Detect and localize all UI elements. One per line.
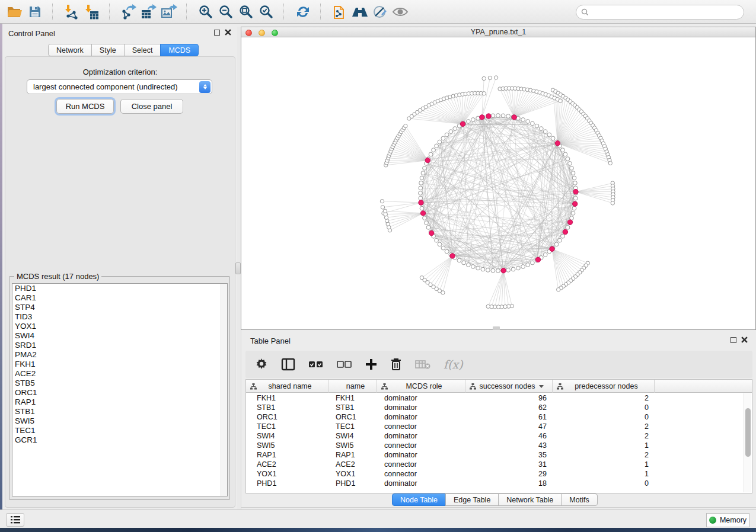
table-cell[interactable]: TEC1	[328, 422, 377, 431]
mcds-result-list[interactable]: PHD1CAR1STP4TID3YOX1SWI4SRD1PMA2FKH1ACE2…	[12, 283, 228, 496]
graph-edge[interactable]	[576, 192, 613, 203]
graph-edge[interactable]	[422, 203, 532, 262]
table-cell[interactable]: 0	[553, 412, 655, 422]
graph-mcds-node[interactable]	[573, 190, 578, 194]
graph-edge[interactable]	[395, 142, 428, 160]
graph-edge[interactable]	[385, 211, 423, 213]
graph-node[interactable]	[438, 140, 442, 144]
table-cell[interactable]: FKH1	[246, 393, 328, 403]
table-cell[interactable]: PHD1	[328, 479, 377, 488]
graph-mcds-node[interactable]	[535, 257, 540, 262]
tab-motifs[interactable]: Motifs	[561, 493, 597, 506]
delete-column-icon[interactable]	[390, 355, 402, 373]
graph-edge[interactable]	[429, 159, 567, 161]
table-row[interactable]: RAP1RAP1dominator352	[246, 450, 744, 460]
graph-node[interactable]	[526, 263, 530, 267]
table-cell[interactable]: dominator	[377, 479, 465, 488]
table-cell[interactable]: dominator	[377, 412, 465, 422]
graph-node[interactable]	[566, 226, 570, 230]
search-field[interactable]	[576, 5, 744, 20]
table-cell[interactable]: YOX1	[246, 469, 328, 479]
graph-node[interactable]	[476, 266, 480, 270]
hide-graphics-details-icon[interactable]	[370, 2, 390, 21]
graph-edge[interactable]	[386, 161, 428, 165]
graph-mcds-node[interactable]	[555, 141, 560, 146]
criterion-dropdown[interactable]: largest connected component (undirected)	[27, 79, 212, 94]
graph-edge[interactable]	[432, 143, 441, 233]
export-network-icon[interactable]	[119, 2, 139, 21]
tab-style[interactable]: Style	[91, 44, 125, 56]
graph-edge[interactable]	[552, 249, 559, 290]
graph-edge[interactable]	[500, 89, 514, 117]
graph-node[interactable]	[462, 261, 466, 265]
graph-mcds-node[interactable]	[425, 158, 430, 162]
tab-network-table[interactable]: Network Table	[498, 493, 562, 506]
graph-mcds-node[interactable]	[450, 254, 455, 258]
mcds-result-item[interactable]: TEC1	[12, 426, 227, 435]
graph-node[interactable]	[501, 114, 505, 118]
graph-node[interactable]	[467, 263, 471, 267]
table-row[interactable]: ORC1ORC1dominator610	[246, 412, 744, 422]
select-all-icon[interactable]	[308, 355, 324, 373]
table-row[interactable]: STB1STB1dominator620	[246, 403, 744, 412]
graph-node[interactable]	[543, 130, 547, 134]
table-cell[interactable]: 46	[465, 431, 553, 441]
table-cell[interactable]: SWI5	[328, 441, 377, 450]
graph-node[interactable]	[426, 226, 430, 230]
graph-node[interactable]	[467, 120, 471, 124]
graph-node[interactable]	[535, 124, 539, 128]
graph-node[interactable]	[496, 269, 500, 273]
table-cell[interactable]: ACE2	[328, 460, 377, 469]
column-header-successor-nodes[interactable]: successor nodes	[465, 380, 553, 393]
graph-node[interactable]	[571, 211, 575, 216]
mcds-result-item[interactable]: SWI4	[12, 331, 227, 341]
graph-mcds-node[interactable]	[512, 115, 516, 120]
graph-node[interactable]	[423, 216, 427, 220]
table-cell[interactable]: STB1	[246, 403, 328, 412]
tab-select[interactable]: Select	[124, 44, 161, 56]
column-header-predecessor-nodes[interactable]: predecessor nodes	[553, 380, 655, 393]
graph-node[interactable]	[471, 118, 476, 122]
graph-edge[interactable]	[422, 256, 453, 278]
graph-leaf-node[interactable]	[482, 92, 486, 95]
import-network-icon[interactable]	[62, 2, 82, 21]
graph-node[interactable]	[457, 258, 461, 262]
graph-node[interactable]	[435, 144, 439, 148]
graph-edge[interactable]	[576, 186, 613, 192]
graph-edge[interactable]	[552, 249, 588, 263]
table-cell[interactable]: dominator	[377, 450, 465, 460]
delete-table-icon[interactable]	[415, 355, 430, 373]
table-row[interactable]: TEC1TEC1connector472	[246, 422, 744, 431]
graph-node[interactable]	[543, 253, 547, 257]
column-header-name[interactable]: name	[328, 380, 377, 393]
graph-node[interactable]	[554, 242, 559, 246]
graph-edge[interactable]	[557, 112, 581, 143]
table-cell[interactable]: connector	[377, 422, 465, 431]
graph-edge[interactable]	[424, 213, 474, 266]
table-cell[interactable]: TEC1	[246, 422, 328, 431]
table-cell[interactable]: 29	[465, 469, 553, 479]
graph-mcds-node[interactable]	[429, 230, 434, 235]
graph-node[interactable]	[496, 114, 500, 118]
graph-edge[interactable]	[514, 97, 551, 117]
column-header-shared-name[interactable]: shared name	[246, 380, 328, 393]
table-cell[interactable]: 96	[465, 393, 553, 403]
graph-node[interactable]	[572, 176, 576, 180]
graph-edge[interactable]	[443, 256, 452, 293]
graph-edge[interactable]	[576, 192, 613, 198]
graph-edge[interactable]	[557, 126, 592, 143]
graph-node[interactable]	[551, 136, 555, 140]
table-cell[interactable]: 47	[465, 422, 553, 431]
table-cell[interactable]: 43	[465, 441, 553, 450]
graph-leaf-node[interactable]	[381, 206, 384, 209]
graph-mcds-node[interactable]	[460, 121, 465, 126]
graph-edge[interactable]	[438, 101, 462, 124]
graph-node[interactable]	[531, 121, 535, 126]
add-column-icon[interactable]	[365, 355, 377, 373]
graph-node[interactable]	[570, 166, 574, 171]
table-cell[interactable]: 61	[465, 412, 553, 422]
graph-edge[interactable]	[383, 203, 422, 207]
graph-edge[interactable]	[422, 118, 483, 183]
mcds-result-item[interactable]: SWI5	[12, 416, 227, 426]
graph-node[interactable]	[491, 268, 495, 273]
